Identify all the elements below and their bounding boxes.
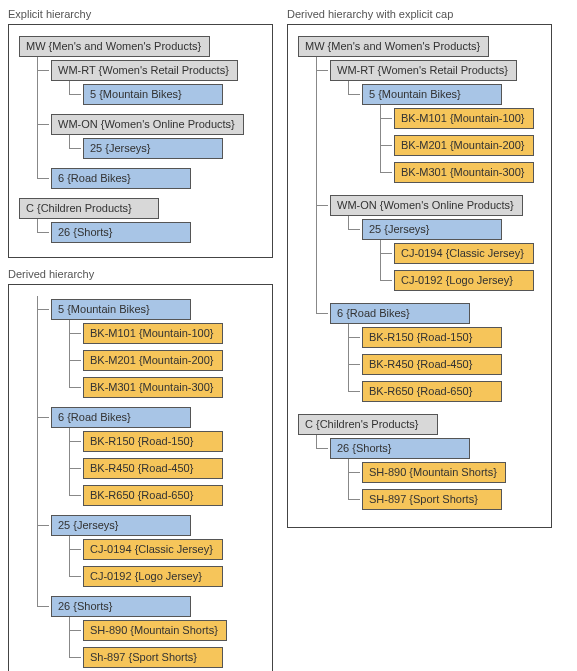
capped-panel: MW {Men's and Women's Products} WM-RT {W… [287, 24, 552, 528]
node-25: 25 {Jerseys} [83, 138, 223, 159]
node-m101: BK-M101 {Mountain-100} [83, 323, 223, 344]
node-wmrt: WM-RT {Women's Retail Products} [330, 60, 517, 81]
capped-section: Derived hierarchy with explicit cap MW {… [287, 8, 552, 528]
node-wmon: WM-ON {Women's Online Products} [51, 114, 244, 135]
node-m301: BK-M301 {Mountain-300} [83, 377, 223, 398]
node-wmrt: WM-RT {Women's Retail Products} [51, 60, 238, 81]
node-c: C {Children Products} [19, 198, 159, 219]
derived-section: Derived hierarchy 5 {Mountain Bikes} BK-… [8, 268, 273, 671]
derived-panel: 5 {Mountain Bikes} BK-M101 {Mountain-100… [8, 284, 273, 671]
node-m301: BK-M301 {Mountain-300} [394, 162, 534, 183]
node-mw: MW {Men's and Women's Products} [298, 36, 489, 57]
node-5: 5 {Mountain Bikes} [51, 299, 191, 320]
node-6: 6 {Road Bikes} [330, 303, 470, 324]
node-25: 25 {Jerseys} [362, 219, 502, 240]
node-m201: BK-M201 {Mountain-200} [83, 350, 223, 371]
node-6: 6 {Road Bikes} [51, 168, 191, 189]
node-r150: BK-R150 {Road-150} [362, 327, 502, 348]
right-column: Derived hierarchy with explicit cap MW {… [287, 8, 552, 528]
node-25: 25 {Jerseys} [51, 515, 191, 536]
node-sh897: SH-897 {Sport Shorts} [362, 489, 502, 510]
node-cj192: CJ-0192 {Logo Jersey} [394, 270, 534, 291]
node-cj194: CJ-0194 {Classic Jersey} [394, 243, 534, 264]
node-5: 5 {Mountain Bikes} [362, 84, 502, 105]
node-5: 5 {Mountain Bikes} [83, 84, 223, 105]
node-c: C {Children's Products} [298, 414, 438, 435]
node-r450: BK-R450 {Road-450} [362, 354, 502, 375]
node-sh890: SH-890 {Mountain Shorts} [83, 620, 227, 641]
node-m101: BK-M101 {Mountain-100} [394, 108, 534, 129]
node-sh897: Sh-897 {Sport Shorts} [83, 647, 223, 668]
diagram-columns: Explicit hierarchy MW {Men's and Women's… [8, 8, 569, 671]
node-26: 26 {Shorts} [51, 222, 191, 243]
node-m201: BK-M201 {Mountain-200} [394, 135, 534, 156]
capped-title: Derived hierarchy with explicit cap [287, 8, 552, 20]
derived-title: Derived hierarchy [8, 268, 273, 280]
node-26: 26 {Shorts} [330, 438, 470, 459]
node-26: 26 {Shorts} [51, 596, 191, 617]
left-column: Explicit hierarchy MW {Men's and Women's… [8, 8, 273, 671]
node-r650: BK-R650 {Road-650} [83, 485, 223, 506]
node-r450: BK-R450 {Road-450} [83, 458, 223, 479]
explicit-section: Explicit hierarchy MW {Men's and Women's… [8, 8, 273, 258]
explicit-title: Explicit hierarchy [8, 8, 273, 20]
node-sh890: SH-890 {Mountain Shorts} [362, 462, 506, 483]
node-cj194: CJ-0194 {Classic Jersey} [83, 539, 223, 560]
node-r650: BK-R650 {Road-650} [362, 381, 502, 402]
node-cj192: CJ-0192 {Logo Jersey} [83, 566, 223, 587]
node-r150: BK-R150 {Road-150} [83, 431, 223, 452]
node-mw: MW {Men's and Women's Products} [19, 36, 210, 57]
explicit-panel: MW {Men's and Women's Products} WM-RT {W… [8, 24, 273, 258]
node-6: 6 {Road Bikes} [51, 407, 191, 428]
node-wmon: WM-ON {Women's Online Products} [330, 195, 523, 216]
